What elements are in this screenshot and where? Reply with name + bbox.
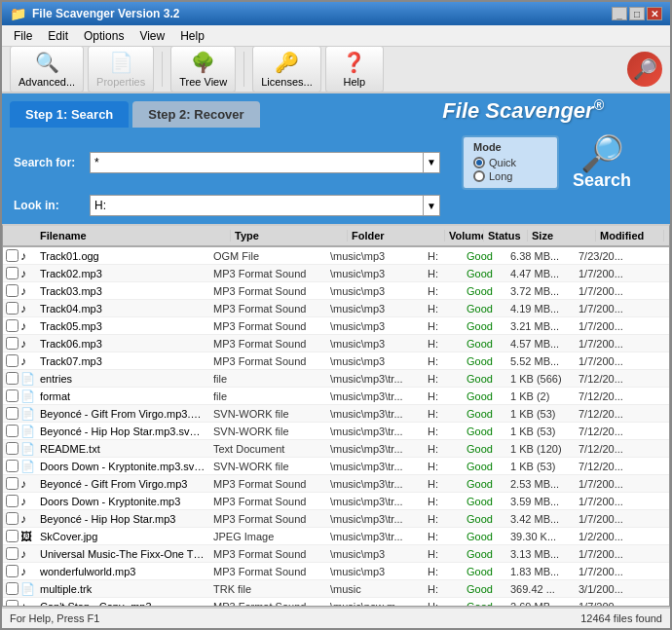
file-volume: H: [424, 495, 463, 508]
treeview-icon: 🌳 [191, 51, 215, 74]
search-for-dropdown[interactable]: ▼ [424, 152, 440, 173]
col-header-status[interactable]: Status [484, 230, 528, 241]
file-status: Good [463, 512, 506, 526]
advanced-label: Advanced... [19, 76, 75, 88]
table-row[interactable]: 📄 Beyoncé - Hip Hop Star.mp3.svn-work SV… [3, 423, 669, 440]
row-checkbox[interactable] [3, 495, 20, 507]
file-type: JPEG Image [209, 530, 326, 543]
row-checkbox[interactable] [3, 284, 20, 297]
row-checkbox[interactable] [3, 600, 20, 606]
row-checkbox[interactable] [3, 302, 20, 315]
file-folder: \music\mp3 [326, 337, 424, 351]
table-row[interactable]: 📄 Beyoncé - Gift From Virgo.mp3.svn-... … [3, 405, 669, 423]
col-header-type[interactable]: Type [231, 230, 348, 241]
file-volume: H: [424, 319, 463, 333]
table-row[interactable]: 📄 Doors Down - Kryptonite.mp3.svn-w... S… [3, 458, 669, 475]
menu-file[interactable]: File [6, 27, 40, 45]
toolbar-sep-1 [162, 52, 163, 87]
table-row[interactable]: ♪ Track05.mp3 MP3 Format Sound \music\mp… [3, 317, 669, 335]
menu-help[interactable]: Help [172, 27, 212, 45]
file-name: Track05.mp3 [36, 319, 209, 333]
table-row[interactable]: 🖼 SkCover.jpg JPEG Image \music\mp3\tr..… [3, 528, 669, 545]
properties-button[interactable]: 📄 Properties [88, 46, 154, 93]
menu-edit[interactable]: Edit [40, 27, 76, 45]
table-row[interactable]: ♪ Track06.mp3 MP3 Format Sound \music\mp… [3, 335, 669, 352]
table-row[interactable]: ♪ Track03.mp3 MP3 Format Sound \music\mp… [3, 282, 669, 300]
table-row[interactable]: ♪ Beyoncé - Hip Hop Star.mp3 MP3 Format … [3, 510, 669, 528]
row-checkbox[interactable] [3, 372, 20, 385]
file-icon: ♪ [20, 249, 36, 263]
table-row[interactable]: ♪ Universal Music-The Fixx-One Thing ...… [3, 545, 669, 563]
file-status: Good [463, 600, 506, 606]
help-icon: ❓ [342, 51, 366, 74]
file-status: Good [463, 249, 506, 263]
step2-tab[interactable]: Step 2: Recover [132, 101, 259, 128]
file-status: Good [463, 284, 506, 298]
step1-tab[interactable]: Step 1: Search [10, 101, 129, 128]
look-in-input[interactable] [90, 195, 424, 216]
mode-quick-label: Quick [489, 157, 516, 168]
file-size: 4.57 MB... [506, 337, 575, 351]
table-row[interactable]: 📄 multiple.trk TRK file \music H: Good 3… [3, 580, 669, 598]
title-icon: 📁 [10, 6, 26, 21]
file-name: Can't Stop - Copy-.mp3 [36, 600, 209, 606]
file-volume: H: [424, 372, 463, 386]
table-row[interactable]: ♪ Track01.ogg OGM File \music\mp3 H: Goo… [3, 247, 669, 265]
col-header-volume[interactable]: Volume [445, 230, 484, 241]
table-row[interactable]: ♪ Can't Stop - Copy-.mp3 MP3 Format Soun… [3, 598, 669, 606]
row-checkbox[interactable] [3, 530, 20, 542]
row-checkbox[interactable] [3, 547, 20, 560]
treeview-button[interactable]: 🌳 Tree View [170, 46, 236, 93]
maximize-button[interactable]: □ [629, 7, 645, 20]
look-in-dropdown[interactable]: ▼ [424, 195, 440, 216]
mode-quick-row[interactable]: Quick [473, 157, 547, 168]
table-row[interactable]: 📄 entries file \music\mp3\tr... H: Good … [3, 370, 669, 388]
row-checkbox[interactable] [3, 460, 20, 472]
row-checkbox[interactable] [3, 407, 20, 420]
table-row[interactable]: ♪ wonderfulworld.mp3 MP3 Format Sound \m… [3, 563, 669, 580]
table-row[interactable]: ♪ Doors Down - Kryptonite.mp3 MP3 Format… [3, 493, 669, 510]
mode-long-row[interactable]: Long [473, 170, 547, 182]
file-modified: 7/12/20... [575, 389, 643, 403]
mode-long-radio[interactable] [473, 170, 485, 182]
advanced-button[interactable]: 🔍 Advanced... [10, 46, 84, 93]
table-row[interactable]: ♪ Beyoncé - Gift From Virgo.mp3 MP3 Form… [3, 475, 669, 493]
row-checkbox[interactable] [3, 512, 20, 525]
licenses-button[interactable]: 🔑 Licenses... [252, 46, 321, 93]
file-size: 39.30 K... [506, 530, 575, 543]
file-folder: \music\mp3\tr... [326, 442, 424, 456]
mode-quick-radio[interactable] [473, 157, 485, 168]
row-checkbox[interactable] [3, 425, 20, 437]
file-name: Beyoncé - Hip Hop Star.mp3.svn-work [36, 425, 209, 438]
file-icon: ♪ [20, 600, 36, 606]
menu-options[interactable]: Options [76, 27, 131, 45]
menu-view[interactable]: View [131, 27, 172, 45]
col-header-modified[interactable]: Modified [596, 230, 664, 241]
table-row[interactable]: ♪ Track07.mp3 MP3 Format Sound \music\mp… [3, 352, 669, 370]
close-button[interactable]: ✕ [647, 7, 662, 20]
properties-label: Properties [96, 76, 145, 88]
row-checkbox[interactable] [3, 442, 20, 455]
row-checkbox[interactable] [3, 249, 20, 262]
table-row[interactable]: 📄 README.txt Text Document \music\mp3\tr… [3, 440, 669, 458]
col-header-filename[interactable]: Filename [36, 230, 231, 241]
table-row[interactable]: ♪ Track04.mp3 MP3 Format Sound \music\mp… [3, 300, 669, 317]
table-row[interactable]: 📄 format file \music\mp3\tr... H: Good 1… [3, 388, 669, 405]
search-button[interactable]: 🔎 Search [573, 133, 631, 191]
help-button[interactable]: ❓ Help [325, 46, 384, 93]
file-folder: \music\mp3 [326, 302, 424, 315]
row-checkbox[interactable] [3, 337, 20, 350]
col-header-size[interactable]: Size [528, 230, 596, 241]
row-checkbox[interactable] [3, 477, 20, 490]
row-checkbox[interactable] [3, 354, 20, 367]
row-checkbox[interactable] [3, 267, 20, 279]
file-name: wonderfulworld.mp3 [36, 565, 209, 578]
minimize-button[interactable]: _ [612, 7, 627, 20]
row-checkbox[interactable] [3, 319, 20, 332]
row-checkbox[interactable] [3, 389, 20, 402]
table-row[interactable]: ♪ Track02.mp3 MP3 Format Sound \music\mp… [3, 265, 669, 282]
row-checkbox[interactable] [3, 565, 20, 577]
search-for-input[interactable] [90, 152, 424, 173]
col-header-folder[interactable]: Folder [348, 230, 445, 241]
row-checkbox[interactable] [3, 582, 20, 595]
